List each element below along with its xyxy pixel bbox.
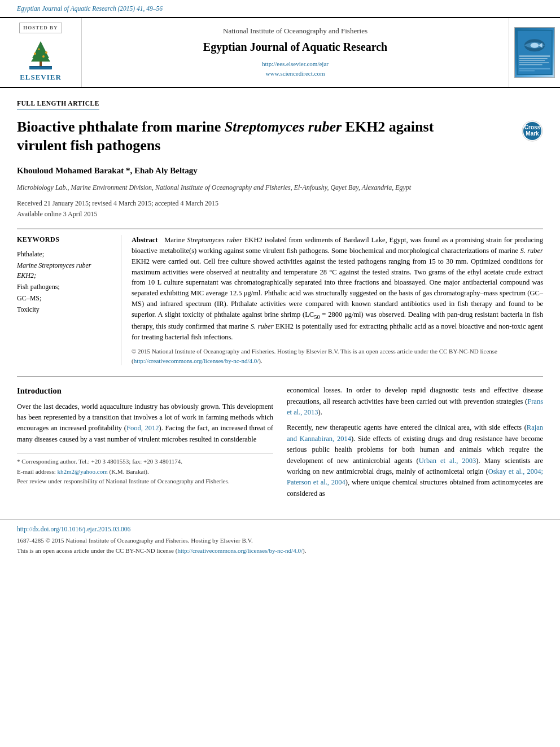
food-2012-ref[interactable]: Food, 2012 [126, 424, 159, 432]
abstract-body: Marine Streptomyces ruber EKH2 isolated … [132, 236, 543, 340]
svg-rect-16 [519, 58, 548, 59]
abstract-copyright: © 2015 National Institute of Oceanograph… [132, 347, 543, 365]
authors-text: Khouloud Mohamed Barakat *, Ehab Aly Bel… [17, 166, 198, 175]
footnote-email: E-mail address: kh2m2@yahoo.com (K.M. Ba… [17, 467, 273, 477]
header-logo-section: HOSTED BY ELSEVIER [0, 18, 82, 87]
journal-url2[interactable]: www.sciencedirect.com [266, 70, 325, 77]
oskay-2004-ref[interactable]: Oskay et al., 2004; Paterson et al., 200… [287, 468, 543, 486]
affiliation: Microbiology Lab., Marine Environment Di… [17, 182, 543, 193]
intro-right-para2: Recently, new therapeutic agents have en… [287, 422, 543, 499]
keyword-4: GC–MS; [17, 293, 111, 303]
urban-2003-ref[interactable]: Urban et al., 2003 [419, 457, 476, 465]
article-type-label: FULL LENGTH ARTICLE [17, 99, 99, 110]
online-date: Available online 3 April 2015 [17, 210, 97, 218]
journal-thumb-svg [515, 30, 554, 75]
elsevier-brand-text: ELSEVIER [20, 72, 62, 82]
keyword-3: Fish pathogens; [17, 282, 111, 292]
frans-2013-ref[interactable]: Frans et al., 2013 [287, 397, 543, 416]
keyword-1: Phthalate; [17, 249, 111, 259]
svg-rect-15 [519, 56, 550, 57]
keywords-column: KEYWORDS Phthalate; Marine Streptomyces … [17, 235, 121, 365]
bottom-info: 1687-4285 © 2015 National Institute of O… [17, 536, 543, 556]
cc-license-link[interactable]: http://creativecommons.org/licenses/by-n… [134, 357, 259, 364]
journal-thumbnail [514, 27, 555, 78]
svg-point-7 [42, 55, 45, 58]
citation-link[interactable]: Egyptian Journal of Aquatic Research (20… [17, 5, 163, 12]
article-dates: Received 21 January 2015; revised 4 Marc… [17, 198, 543, 220]
elsevier-tree-icon [15, 37, 66, 71]
footnote-area: * Corresponding author. Tel.: +20 3 4801… [17, 453, 273, 487]
bottom-cc-link[interactable]: http://creativecommons.org/licenses/by-n… [177, 547, 303, 554]
svg-rect-11 [518, 31, 552, 74]
received-date: Received 21 January 2015; revised 4 Marc… [17, 199, 218, 207]
svg-point-4 [34, 53, 36, 55]
bottom-bar: http://dx.doi.org/10.1016/j.ejar.2015.03… [0, 519, 560, 560]
introduction-section: Introduction Over the last decades, worl… [17, 385, 543, 504]
journal-url1[interactable]: http://ees.elsevier.com/ejar [262, 60, 329, 67]
svg-rect-9 [29, 66, 52, 67]
introduction-left-col: Introduction Over the last decades, worl… [17, 385, 273, 504]
abstract-text: Abstract Marine Streptomyces ruber EKH2 … [132, 235, 543, 342]
hosted-by-label: HOSTED BY [19, 23, 62, 33]
issn-text: 1687-4285 © 2015 National Institute of O… [17, 537, 253, 544]
doi-link[interactable]: http://dx.doi.org/10.1016/j.ejar.2015.03… [17, 526, 130, 532]
rajan-2014-ref[interactable]: Rajan and Kannabiran, 2014 [287, 423, 543, 442]
main-content: FULL LENGTH ARTICLE Bioactive phthalate … [0, 88, 560, 514]
svg-rect-19 [519, 64, 542, 65]
citation-bar: Egyptian Journal of Aquatic Research (20… [0, 0, 560, 17]
header-right [509, 18, 560, 87]
svg-point-13 [531, 43, 539, 48]
svg-point-5 [45, 51, 47, 54]
title-section: Bioactive phthalate from marine Streptom… [17, 118, 543, 165]
email-link[interactable]: kh2m2@yahoo.com [57, 468, 107, 475]
title-italic-part: Streptomyces ruber [225, 119, 342, 135]
institute-name: National Institute of Oceanography and F… [223, 26, 368, 36]
footnote-corresponding: * Corresponding author. Tel.: +20 3 4801… [17, 457, 273, 467]
svg-text:Cross: Cross [524, 124, 541, 130]
svg-rect-17 [519, 60, 545, 61]
elsevier-logo-box: ELSEVIER [15, 37, 66, 82]
keywords-heading: KEYWORDS [17, 235, 111, 244]
svg-rect-18 [519, 62, 549, 63]
journal-header: HOSTED BY ELSEVIER [0, 17, 560, 88]
header-center: National Institute of Oceanography and F… [82, 18, 509, 87]
svg-marker-3 [31, 47, 50, 62]
article-title: Bioactive phthalate from marine Streptom… [17, 118, 480, 155]
svg-rect-20 [519, 68, 550, 69]
title-text-part1: Bioactive phthalate from marine [17, 119, 225, 135]
crossmark-badge-icon[interactable]: Cross Mark [522, 120, 543, 142]
abstract-label: Abstract [132, 236, 158, 244]
footnote-peer-review: Peer review under responsibility of Nati… [17, 477, 273, 487]
keywords-abstract-section: KEYWORDS Phthalate; Marine Streptomyces … [17, 229, 543, 365]
journal-links: http://ees.elsevier.com/ejar www.science… [262, 59, 329, 79]
section-divider [17, 377, 543, 377]
authors: Khouloud Mohamed Barakat *, Ehab Aly Bel… [17, 165, 543, 177]
svg-text:Mark: Mark [526, 130, 539, 137]
introduction-left-text: Over the last decades, world aquaculture… [17, 401, 273, 445]
svg-rect-21 [519, 71, 535, 71]
keyword-5: Toxicity [17, 304, 111, 314]
doi-line: http://dx.doi.org/10.1016/j.ejar.2015.03… [17, 525, 543, 534]
intro-right-para1: economical losses. In order to develop r… [287, 385, 543, 418]
open-access-text: This is an open access article under the… [17, 547, 306, 554]
abstract-column: Abstract Marine Streptomyces ruber EKH2 … [121, 235, 543, 365]
keyword-2: Marine Streptomyces ruber EKH2; [17, 260, 111, 281]
journal-name: Egyptian Journal of Aquatic Research [203, 39, 387, 55]
introduction-right-col: economical losses. In order to develop r… [287, 385, 543, 504]
introduction-heading: Introduction [17, 385, 273, 396]
svg-point-6 [38, 48, 40, 50]
